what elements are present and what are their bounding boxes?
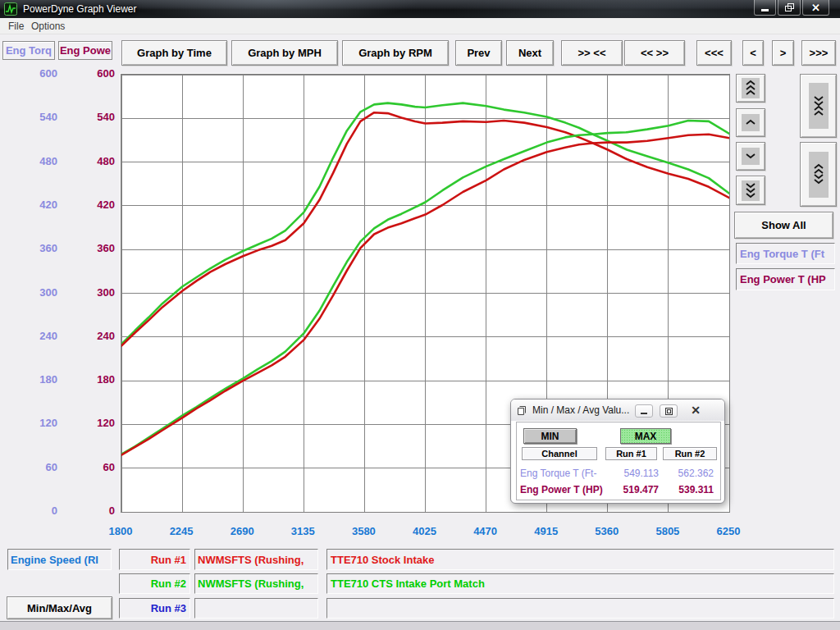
column-header-run2[interactable]: Run #2	[663, 447, 717, 460]
y-tick-label: 360	[79, 242, 115, 254]
run2-file-field[interactable]: NWMSFTS (Rushing,	[194, 573, 318, 594]
scroll-far-right-button[interactable]: >>>	[801, 40, 836, 66]
power-run2-value: 539.311	[664, 484, 714, 495]
x-tick-label: 2690	[231, 525, 254, 537]
dialog-title: Min / Max / Avg Valu...	[532, 404, 629, 416]
y-tick-label: 600	[79, 67, 115, 80]
y-tick-label: 0	[79, 504, 115, 517]
x-tick-label: 5805	[655, 525, 679, 537]
x-tick-label: 3135	[291, 525, 315, 537]
scale-up-fast-button[interactable]	[736, 74, 765, 103]
dialog-maximize-button[interactable]	[660, 404, 678, 418]
run1-label: Run #1	[119, 549, 190, 570]
run2-description-field[interactable]: TTE710 CTS Intake Port Match	[326, 573, 834, 594]
x-axis-labels: 1800224526903135358040254470491553605805…	[0, 525, 840, 538]
run2-label: Run #2	[119, 573, 190, 594]
graph-by-mph-button[interactable]: Graph by MPH	[231, 40, 338, 66]
dialog-icon	[517, 405, 527, 416]
x-tick-label: 3580	[352, 525, 376, 537]
window-title: PowerDyne Graph Viewer	[23, 0, 137, 18]
menu-file[interactable]: File	[5, 18, 27, 34]
scroll-left-button[interactable]: <	[742, 40, 764, 66]
y-tick-label: 240	[23, 330, 57, 342]
y-tick-label: 120	[23, 417, 57, 429]
up-chevron-icon	[742, 114, 760, 131]
next-button[interactable]: Next	[506, 40, 554, 66]
torque-run1-value: 549.113	[609, 468, 659, 479]
y-tick-label: 0	[23, 504, 57, 517]
menu-options[interactable]: Options	[28, 18, 68, 34]
y-tick-label: 480	[79, 155, 115, 167]
min-max-dialog: Min / Max / Avg Valu... ✕ MIN MAX Channe…	[510, 399, 725, 504]
column-header-run1[interactable]: Run #1	[605, 447, 657, 460]
minimize-button[interactable]	[754, 0, 776, 16]
y-tick-label: 480	[23, 155, 57, 167]
y-tick-label: 600	[23, 67, 57, 80]
min-max-avg-button[interactable]: Min/Max/Avg	[7, 596, 112, 619]
y-tick-label: 300	[23, 286, 57, 299]
column-header-channel[interactable]: Channel	[522, 447, 597, 460]
app-icon	[4, 2, 17, 16]
torque-run2-value: 562.362	[664, 468, 714, 479]
y-tick-label: 180	[79, 373, 115, 386]
dialog-close-icon: ✕	[691, 404, 701, 417]
expand-scale-button[interactable]	[800, 142, 837, 207]
y-tick-label: 540	[23, 111, 57, 123]
min-button[interactable]: MIN	[523, 428, 577, 444]
y-tick-label: 60	[23, 461, 57, 473]
x-tick-label: 4915	[534, 525, 558, 537]
maximize-button[interactable]	[778, 0, 801, 16]
y-tick-label: 300	[79, 286, 115, 299]
x-tick-label: 4470	[473, 525, 497, 537]
expand-chevrons-icon	[809, 152, 829, 198]
scroll-right-button[interactable]: >	[772, 40, 794, 66]
dialog-minimize-button[interactable]	[635, 404, 653, 418]
x-tick-label: 6250	[717, 525, 741, 537]
run3-description-field[interactable]	[326, 598, 834, 619]
max-button[interactable]: MAX	[620, 428, 671, 444]
run1-file-field[interactable]: NWMSFTS (Rushing,	[194, 549, 318, 570]
y-tick-label: 540	[79, 111, 115, 123]
restore-icon	[785, 3, 794, 11]
x-tick-label: 1800	[109, 525, 133, 537]
zoom-in-x-button[interactable]: >> <<	[561, 40, 623, 66]
run3-file-field[interactable]	[194, 598, 318, 619]
minimize-icon	[761, 9, 769, 11]
legend-item-power[interactable]: Eng Power T (HP	[736, 268, 835, 290]
triple-down-chevron-icon	[742, 180, 760, 201]
close-button[interactable]: ✕	[802, 0, 829, 16]
y-tick-label: 60	[79, 461, 115, 473]
window-bottom-border	[0, 621, 840, 630]
x-channel-field[interactable]: Engine Speed (RI	[7, 549, 112, 570]
x-tick-label: 2245	[170, 525, 194, 537]
dialog-restore-icon	[665, 408, 673, 415]
y-tick-label: 420	[23, 199, 57, 211]
show-all-button[interactable]: Show All	[734, 212, 833, 239]
scale-up-button[interactable]	[736, 108, 765, 137]
run3-label: Run #3	[119, 598, 190, 619]
channel-button-power[interactable]: Eng Powe	[58, 41, 112, 60]
power-channel-cell: Eng Power T (HP)	[520, 484, 603, 495]
legend-item-torque[interactable]: Eng Torque T (Ft	[736, 243, 835, 264]
close-icon: ✕	[811, 2, 820, 14]
graph-by-rpm-button[interactable]: Graph by RPM	[342, 40, 449, 66]
scroll-far-left-button[interactable]: <<<	[696, 40, 732, 66]
y-tick-label: 240	[79, 330, 115, 342]
zoom-out-x-button[interactable]: << >>	[624, 40, 685, 66]
channel-button-torque[interactable]: Eng Torq	[2, 41, 55, 60]
run1-description-field[interactable]: TTE710 Stock Intake	[326, 549, 834, 570]
power-run1-value: 519.477	[609, 484, 659, 495]
dialog-close-button[interactable]: ✕	[685, 402, 706, 418]
dialog-title-bar[interactable]: Min / Max / Avg Valu... ✕	[511, 399, 724, 421]
y-tick-label: 120	[79, 417, 115, 429]
dialog-minimize-icon	[641, 413, 647, 414]
scale-down-button[interactable]	[736, 142, 765, 171]
scale-down-fast-button[interactable]	[736, 176, 765, 205]
compress-chevrons-icon	[809, 83, 829, 129]
torque-channel-cell: Eng Torque T (Ft-	[520, 468, 596, 479]
menu-bar: File Options	[0, 18, 840, 34]
prev-button[interactable]: Prev	[455, 40, 502, 66]
compress-scale-button[interactable]	[800, 74, 837, 138]
graph-by-time-button[interactable]: Graph by Time	[121, 40, 227, 66]
y-tick-label: 180	[23, 373, 57, 386]
